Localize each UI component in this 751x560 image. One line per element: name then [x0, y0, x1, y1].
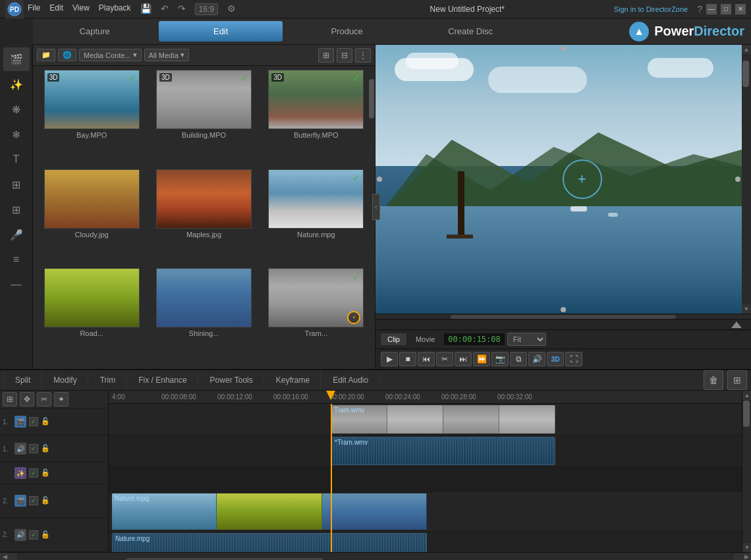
list-item[interactable]: 3D ✓ Building.MPO — [149, 70, 258, 167]
track-lock-icon[interactable]: 🔓 — [41, 444, 50, 453]
track-lock-icon[interactable]: 🔓 — [41, 530, 50, 540]
sidebar-subtitles-icon[interactable]: — — [3, 273, 30, 296]
stop-button[interactable]: ■ — [399, 352, 416, 366]
sidebar-audio-tools-icon[interactable]: ⊞ — [3, 198, 30, 221]
track-mute-check[interactable]: ✓ — [29, 530, 38, 540]
split-tool-btn[interactable]: Split — [4, 372, 42, 389]
produce-button[interactable]: Produce — [285, 21, 408, 42]
list-item[interactable]: Maples.jpg — [149, 169, 258, 266]
zoom-triangle[interactable] — [731, 322, 742, 328]
sign-in-link[interactable]: Sign in to DirectorZone — [614, 5, 688, 13]
preview-handle-left[interactable] — [377, 177, 382, 182]
fix-enhance-tool-btn[interactable]: Fix / Enhance — [128, 372, 198, 389]
import-web-btn[interactable]: 🌐 — [58, 49, 76, 61]
power-tools-btn[interactable]: Power Tools — [200, 372, 264, 389]
sidebar-text-icon[interactable]: T — [3, 148, 30, 171]
track-visibility-check[interactable]: ✓ — [29, 417, 38, 426]
track-cut-tool[interactable]: ✂ — [37, 392, 51, 406]
zoom-plus[interactable] — [734, 553, 742, 560]
track-lock-icon[interactable]: 🔓 — [41, 468, 50, 478]
track-lock-icon[interactable]: 🔓 — [41, 417, 50, 426]
aspect-ratio-btn[interactable]: 16:9 — [195, 3, 218, 15]
redo-icon[interactable]: ↷ — [178, 3, 186, 15]
list-view-btn[interactable]: ⊞ — [318, 48, 334, 63]
tram-audio-clip[interactable]: *Tram.wmv — [331, 437, 555, 465]
keyframe-tool-btn[interactable]: Keyframe — [265, 372, 321, 389]
close-button[interactable]: ✕ — [735, 4, 746, 14]
movie-tab[interactable]: Movie — [409, 333, 441, 345]
sidebar-pip-icon[interactable]: ⊞ — [3, 173, 30, 196]
settings-icon[interactable]: ⚙ — [227, 3, 236, 15]
grid-view-btn[interactable]: ⊟ — [337, 48, 352, 63]
sidebar-particles-icon[interactable]: ❄ — [3, 123, 30, 146]
list-item[interactable]: Road... — [37, 268, 146, 365]
maximize-button[interactable]: □ — [721, 4, 731, 14]
split-button[interactable]: ✂ — [436, 352, 453, 366]
3d-button[interactable]: 3D — [547, 352, 564, 366]
prev-frame-button[interactable]: ⏮ — [418, 352, 435, 366]
list-item[interactable]: 3D ✓ Butterfly.MPO — [262, 70, 371, 167]
play-button[interactable]: ▶ — [381, 352, 398, 366]
save-icon[interactable]: 💾 — [140, 3, 152, 15]
next-frame-button[interactable]: ⏭ — [455, 352, 472, 366]
nature-video-clip[interactable]: Nature.mpg Nature.mpg — [112, 493, 427, 530]
list-item[interactable]: + ✓ Tram... — [262, 268, 371, 365]
menu-file[interactable]: File — [28, 3, 40, 15]
import-folder-btn[interactable]: 📁 — [37, 49, 55, 61]
zoom-minus[interactable] — [9, 553, 17, 560]
menu-playback[interactable]: Playback — [99, 3, 131, 15]
media-type-filter[interactable]: All Media ▾ — [144, 49, 189, 61]
track-visibility-check[interactable]: ✓ — [29, 496, 38, 505]
pip-button[interactable]: ⧉ — [510, 352, 527, 366]
zoom-select[interactable]: Fit 50% 100% — [507, 333, 546, 346]
fullscreen-button[interactable]: ⛶ — [565, 352, 582, 366]
nature-audio-clip[interactable]: Nature.mpg — [112, 533, 427, 552]
track-visibility-check[interactable]: ✓ — [29, 468, 38, 478]
help-icon[interactable]: ? — [697, 4, 702, 14]
track-mute-check[interactable]: ✓ — [29, 444, 38, 453]
timeline-scroll-down[interactable]: ▼ — [742, 543, 751, 552]
menu-view[interactable]: View — [72, 3, 90, 15]
volume-button[interactable]: 🔊 — [528, 352, 545, 366]
undo-icon[interactable]: ↶ — [161, 3, 169, 15]
clip-tab[interactable]: Clip — [381, 333, 406, 345]
list-item[interactable]: Cloudy.jpg — [37, 169, 146, 266]
sidebar-media-icon[interactable]: 🎬 — [3, 47, 30, 71]
timeline-vscroll-thumb[interactable] — [743, 401, 750, 427]
preview-handle-bottom[interactable] — [561, 307, 566, 312]
media-scrollbar-thumb[interactable] — [369, 79, 374, 119]
modify-tool-btn[interactable]: Modify — [43, 372, 88, 389]
media-options-btn[interactable]: ⋮ — [355, 48, 371, 63]
timeline-scroll-left[interactable]: ◀ — [0, 553, 9, 561]
list-item[interactable]: Shining... — [149, 268, 258, 365]
scroll-thumb[interactable] — [742, 61, 749, 87]
preview-handle-right[interactable] — [735, 177, 740, 182]
scroll-up-btn[interactable]: ▲ — [742, 45, 751, 54]
timeline-scroll-right[interactable]: ▶ — [742, 553, 751, 561]
capture-button[interactable]: Capture — [33, 21, 156, 42]
media-content-filter[interactable]: Media Conte... ▾ — [79, 49, 142, 61]
sidebar-mic-icon[interactable]: 🎤 — [3, 223, 30, 246]
preview-handle-top[interactable] — [561, 46, 566, 51]
sidebar-chapters-icon[interactable]: ≡ — [3, 248, 30, 271]
preview-hscrollbar-thumb[interactable] — [451, 315, 676, 319]
list-item[interactable]: ✓ Nature.mpg — [262, 169, 371, 266]
list-item[interactable]: 3D ✓ Bay.MPO — [37, 70, 146, 167]
menu-edit[interactable]: Edit — [49, 3, 63, 15]
track-select-tool[interactable]: ⊞ — [3, 392, 17, 406]
delete-clip-btn[interactable]: 🗑 — [704, 370, 723, 390]
minimize-button[interactable]: — — [706, 4, 717, 14]
create-disc-button[interactable]: Create Disc — [408, 21, 532, 42]
track-lock-icon[interactable]: 🔓 — [41, 496, 50, 505]
timeline-scroll-up[interactable]: ▲ — [742, 391, 751, 400]
edit-audio-tool-btn[interactable]: Edit Audio — [322, 372, 379, 389]
edit-button[interactable]: Edit — [159, 21, 282, 42]
fast-forward-button[interactable]: ⏩ — [473, 352, 490, 366]
screenshot-button[interactable]: 📷 — [491, 352, 509, 366]
trim-tool-btn[interactable]: Trim — [90, 372, 127, 389]
tram-clip[interactable]: Tram.wmv Tram.wmv — [331, 405, 555, 434]
timeline-hscroll-thumb[interactable] — [126, 558, 323, 561]
track-move-tool[interactable]: ✥ — [20, 392, 34, 406]
sidebar-transitions-icon[interactable]: ❋ — [3, 98, 30, 121]
timeline-options-btn[interactable]: ⊞ — [727, 370, 747, 390]
